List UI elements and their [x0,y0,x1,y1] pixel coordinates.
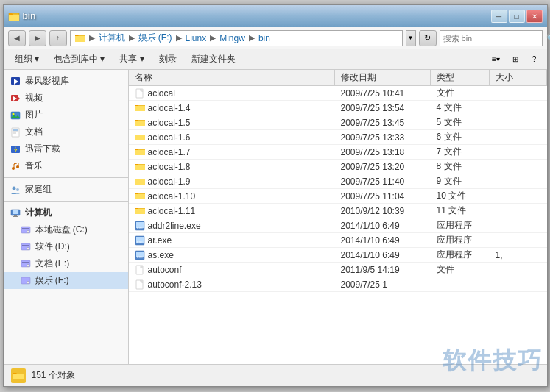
file-size-10 [490,233,547,247]
svg-rect-1 [9,15,19,21]
sidebar-label-local_c: 本地磁盘 (C:) [35,224,88,236]
path-computer[interactable]: 计算机 [99,32,125,44]
table-row[interactable]: aclocal-1.92009/7/25 11:409 文件 [129,174,547,189]
maximize-button[interactable]: □ [509,10,525,23]
table-row[interactable]: EXE addr2line.exe2014/1/10 6:49应用程序 [129,218,547,233]
sidebar-item-computer[interactable]: 计算机 [4,204,128,221]
file-size-6 [490,174,547,188]
file-type-7: 10 文件 [431,189,490,203]
svg-point-28 [27,230,29,232]
share-button[interactable]: 共享 ▾ [113,51,150,68]
explorer-window: bin ─ □ ✕ ◀ ▶ ↑ ▶ 计算机 ▶ 娱乐 (F:) ▶ Liunx … [3,4,548,387]
main-content: 暴风影视库视频图片文档迅雷下载音乐家庭组计算机 本地磁盘 (C:) 软件 (D:… [4,70,547,364]
table-row[interactable]: aclocal2009/7/25 10:41文件 [129,86,547,101]
file-type-11: 应用程序 [431,248,490,262]
view-details-button[interactable]: ≡▾ [488,52,504,67]
forward-button[interactable]: ▶ [29,30,46,46]
file-date-6: 2009/7/25 11:40 [335,174,431,188]
col-date-header[interactable]: 修改日期 [335,70,431,85]
sidebar-item-ent_f[interactable]: 娱乐 (F:) [4,272,128,289]
file-date-2: 2009/7/25 13:45 [335,115,431,129]
sidebar-item-video[interactable]: 视频 [4,90,128,107]
close-button[interactable]: ✕ [526,10,543,23]
sidebar-icon-music [10,160,21,172]
table-row[interactable]: autoconf-2.132009/7/25 1 [129,277,547,292]
address-dropdown[interactable]: ▼ [406,30,416,46]
path-ent[interactable]: 娱乐 (F:) [138,32,172,44]
address-bar: ◀ ▶ ↑ ▶ 计算机 ▶ 娱乐 (F:) ▶ Liunx ▶ Mingw ▶ … [4,27,547,49]
svg-rect-23 [13,210,18,214]
sidebar-label-images: 图片 [25,109,43,121]
view-pane-button[interactable]: ⊞ [507,52,523,67]
table-row[interactable]: aclocal-1.62009/7/25 13:336 文件 [129,130,547,145]
table-row[interactable]: aclocal-1.72009/7/25 13:187 文件 [129,145,547,160]
sidebar-item-docs[interactable]: 文档 [4,124,128,140]
file-name-5: aclocal-1.8 [129,160,335,174]
svg-rect-41 [135,106,145,111]
col-size-header[interactable]: 大小 [490,70,547,85]
sidebar-item-images[interactable]: 图片 [4,107,128,124]
sidebar-item-soft_d[interactable]: 软件 (D:) [4,238,128,255]
file-type-4: 7 文件 [431,145,490,159]
sidebar-icon-local_c [20,224,32,236]
search-input[interactable] [443,34,545,43]
back-button[interactable]: ◀ [8,30,26,46]
file-name-4: aclocal-1.7 [129,145,335,159]
sidebar-item-storm[interactable]: 暴风影视库 [4,73,128,90]
svg-rect-36 [22,279,29,279]
file-date-13: 2009/7/25 1 [335,277,431,291]
table-row[interactable]: aclocal-1.112010/9/12 10:3911 文件 [129,204,547,218]
file-size-12 [490,263,547,277]
refresh-button[interactable]: ↻ [419,30,437,46]
burn-button[interactable]: 刻录 [152,51,183,68]
sidebar-label-ent_f: 娱乐 (F:) [35,274,69,287]
table-row[interactable]: EXE as.exe2014/1/10 6:49应用程序1, [129,248,547,263]
include-button[interactable]: 包含到库中 ▾ [47,51,111,68]
sidebar-label-homegroup: 家庭组 [25,183,52,196]
svg-point-34 [27,264,29,266]
file-date-11: 2014/1/10 6:49 [335,248,431,262]
col-type-header[interactable]: 类型 [431,70,490,85]
file-name-1: aclocal-1.4 [129,101,335,115]
sidebar-item-doc_e[interactable]: 文档 (E:) [4,255,128,272]
table-row[interactable]: aclocal-1.42009/7/25 13:544 文件 [129,101,547,115]
file-type-1: 4 文件 [431,101,490,115]
sidebar-item-local_c[interactable]: 本地磁盘 (C:) [4,221,128,238]
table-row[interactable]: aclocal-1.82009/7/25 13:208 文件 [129,160,547,174]
svg-rect-11 [12,128,19,137]
file-name-11: EXE as.exe [129,248,335,262]
toolbar-right: ≡▾ ⊞ ? [488,52,543,67]
path-liunx[interactable]: Liunx [186,33,207,43]
search-box[interactable]: 🔍 [440,30,543,46]
sidebar-item-thunder[interactable]: 迅雷下载 [4,140,128,157]
path-mingw[interactable]: Mingw [219,33,245,43]
sidebar-label-docs: 文档 [25,126,43,138]
help-button[interactable]: ? [526,52,543,67]
sidebar-label-soft_d: 软件 (D:) [35,240,70,253]
sidebar: 暴风影视库视频图片文档迅雷下载音乐家庭组计算机 本地磁盘 (C:) 软件 (D:… [4,70,129,364]
svg-rect-47 [135,150,145,155]
table-row[interactable]: aclocal-1.52009/7/25 13:455 文件 [129,115,547,130]
new-folder-button[interactable]: 新建文件夹 [185,51,242,68]
table-row[interactable]: aclocal-1.102009/7/25 11:0410 文件 [129,189,547,204]
up-button[interactable]: ↑ [49,30,67,46]
table-row[interactable]: autoconf2011/9/5 14:19文件 [129,263,547,277]
svg-rect-45 [135,135,145,140]
minimize-button[interactable]: ─ [491,10,507,23]
organize-button[interactable]: 组织 ▾ [8,51,46,68]
file-name-6: aclocal-1.9 [129,174,335,188]
sidebar-label-thunder: 迅雷下载 [25,143,60,155]
address-field[interactable]: ▶ 计算机 ▶ 娱乐 (F:) ▶ Liunx ▶ Mingw ▶ bin [70,30,403,46]
path-bin[interactable]: bin [258,33,270,43]
col-name-header[interactable]: 名称 [129,70,335,85]
file-size-5 [490,160,547,174]
sidebar-item-homegroup[interactable]: 家庭组 [4,181,128,198]
sidebar-item-music[interactable]: 音乐 [4,157,128,174]
svg-rect-66 [141,266,143,268]
file-date-10: 2014/1/10 6:49 [335,233,431,247]
svg-point-37 [27,281,29,283]
svg-text:EXE: EXE [137,255,143,259]
sidebar-icon-storm [10,76,21,88]
table-row[interactable]: EXE ar.exe2014/1/10 6:49应用程序 [129,233,547,248]
file-name-12: autoconf [129,263,335,277]
